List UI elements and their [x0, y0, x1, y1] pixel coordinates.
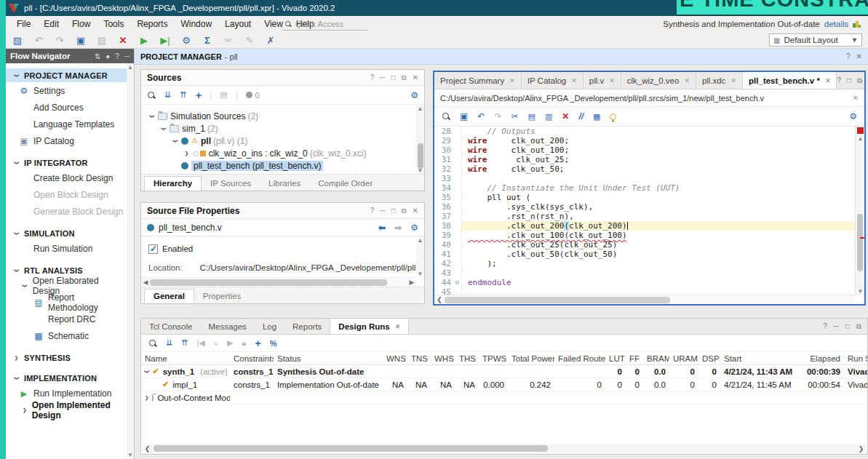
- settings-icon[interactable]: ⚙: [180, 34, 192, 46]
- sources-tab-hierarchy[interactable]: Hierarchy: [144, 176, 202, 191]
- chevron-right-icon[interactable]: ❯: [13, 354, 20, 362]
- scroll-down-icon[interactable]: ▼: [856, 288, 865, 295]
- float-icon[interactable]: ⧉: [856, 322, 861, 331]
- column-header-total-power[interactable]: Total Power: [508, 354, 554, 363]
- minimize-icon[interactable]: ─: [834, 322, 839, 330]
- pencil-icon[interactable]: ✎: [244, 34, 255, 46]
- column-header-lut[interactable]: LUT: [605, 354, 626, 363]
- save-icon[interactable]: ▣: [75, 34, 87, 46]
- chevron-down-icon[interactable]: ❯: [148, 113, 156, 119]
- flownav-item-report-drc[interactable]: Report DRC: [6, 311, 127, 327]
- maximize-icon[interactable]: □: [847, 76, 851, 84]
- code-line-43[interactable]: 43: [434, 268, 855, 278]
- column-header-failed-routes[interactable]: Failed Routes: [554, 354, 605, 363]
- flownav-item-settings[interactable]: ⚙Settings: [6, 82, 127, 99]
- copy-icon[interactable]: ▤: [96, 34, 108, 46]
- flownav-item-schematic[interactable]: ▦Schematic: [6, 327, 127, 344]
- help-icon[interactable]: ?: [370, 73, 375, 82]
- sources-tab-libraries[interactable]: Libraries: [260, 177, 309, 191]
- quick-access-input[interactable]: Quick Access: [282, 17, 368, 31]
- scroll-down-icon[interactable]: ▼: [416, 271, 424, 277]
- chevron-down-icon[interactable]: ❯: [160, 125, 167, 132]
- bottom-tab-messages[interactable]: Messages: [200, 319, 254, 334]
- sources-tab-compile-order[interactable]: Compile Order: [309, 177, 381, 191]
- help-icon[interactable]: ?: [846, 52, 851, 60]
- run-row-synth-1[interactable]: ❯✔synth_1(active)constrs_1Synthesis Out-…: [141, 365, 867, 378]
- sum-icon[interactable]: Σ: [202, 34, 213, 46]
- enabled-checkbox[interactable]: [148, 244, 158, 254]
- chevron-down-icon[interactable]: ❯: [172, 137, 179, 144]
- flownav-header-simulation[interactable]: ❯SIMULATION: [6, 226, 127, 240]
- flownav-item-add-sources[interactable]: Add Sources: [6, 99, 127, 116]
- chevron-down-icon[interactable]: ❯: [13, 375, 20, 381]
- column-header-elapsed[interactable]: Elapsed: [800, 354, 844, 363]
- help-icon[interactable]: ?: [115, 52, 119, 60]
- code-line-44[interactable]: 44⊖endmodule: [434, 278, 855, 287]
- lightbulb-icon[interactable]: [610, 113, 616, 120]
- fold-icon[interactable]: ⊖: [453, 278, 462, 287]
- maximize-icon[interactable]: □: [391, 73, 395, 82]
- code-area[interactable]: 28 // Outputs29wire clk_out_200;30wire c…: [434, 127, 855, 295]
- scroll-down-icon[interactable]: ▼: [416, 167, 424, 174]
- code-line-42[interactable]: 42 );: [434, 259, 855, 268]
- dock-icon[interactable]: ⇅: [95, 52, 100, 60]
- column-header-run-strategy[interactable]: Run Strategy: [844, 354, 867, 363]
- maximize-icon[interactable]: □: [391, 207, 395, 215]
- sfp-vscrollbar[interactable]: ▲ ▼: [416, 237, 424, 277]
- close-icon[interactable]: ✕: [825, 77, 831, 84]
- menu-edit[interactable]: Edit: [37, 17, 65, 31]
- close-icon[interactable]: ✕: [413, 73, 418, 82]
- column-header-start[interactable]: Start: [720, 354, 800, 363]
- runs-hscrollbar[interactable]: ❮ ❯: [143, 444, 866, 453]
- code-line-40[interactable]: 40 .clk_out_25(clk_out_25): [434, 240, 855, 250]
- scroll-left-icon[interactable]: ◀: [141, 279, 150, 286]
- code-line-31[interactable]: 31wire clk_out_25;: [434, 155, 855, 164]
- percent-icon[interactable]: %: [270, 339, 277, 348]
- editor-tab-pll-v[interactable]: pll.v✕: [584, 72, 621, 89]
- scissors-icon[interactable]: ✂: [223, 34, 234, 46]
- flow-navigator-scrollbar[interactable]: ▲ ▼: [127, 63, 134, 459]
- close-icon[interactable]: ✕: [609, 77, 615, 84]
- search-icon[interactable]: [442, 112, 450, 121]
- sfp-hscrollbar[interactable]: ◀ ▶: [141, 277, 416, 287]
- column-header-ff[interactable]: FF: [626, 354, 643, 363]
- flownav-item-create-block-design[interactable]: Create Block Design: [6, 169, 127, 186]
- collapse-all-icon[interactable]: ⇊: [164, 90, 171, 100]
- bottom-tab-design-runs[interactable]: Design Runs✕: [330, 319, 409, 334]
- scroll-left-icon[interactable]: ❮: [143, 445, 152, 452]
- code-line-41[interactable]: 41 .clk_out_50(clk_out_50): [434, 250, 855, 259]
- close-icon[interactable]: ✕: [571, 77, 577, 84]
- gear-icon[interactable]: ⚙: [410, 90, 418, 100]
- save-icon[interactable]: ▣: [460, 111, 468, 121]
- chevron-down-icon[interactable]: ❯: [21, 282, 28, 289]
- editor-tab-project-summary[interactable]: Project Summary✕: [434, 72, 522, 89]
- cut-icon[interactable]: ✂: [511, 111, 518, 121]
- scroll-right-icon[interactable]: ❯: [856, 445, 866, 452]
- help-icon[interactable]: ?: [370, 207, 375, 215]
- minimize-icon[interactable]: ─: [380, 73, 385, 82]
- minimize-icon[interactable]: ─: [380, 207, 385, 215]
- scroll-down-icon[interactable]: ▼: [127, 451, 134, 459]
- column-header-uram[interactable]: URAM: [669, 354, 698, 363]
- column-header-constraints[interactable]: Constraints: [230, 354, 274, 363]
- column-header-whs[interactable]: WHS: [431, 354, 455, 363]
- sfp-tab-properties[interactable]: Properties: [194, 290, 250, 303]
- flownav-header-synthesis[interactable]: ❯SYNTHESIS: [6, 351, 127, 364]
- collapse-all-icon[interactable]: ⇊: [166, 338, 172, 348]
- tree-item-pll-test-bench-pll-test-bench-v[interactable]: pll_test_bench (pll_test_bench.v): [141, 159, 416, 172]
- column-header-name[interactable]: Name: [141, 354, 230, 363]
- editor-vscrollbar[interactable]: ▲ ▼: [855, 127, 864, 295]
- bottom-tab-log[interactable]: Log: [255, 319, 284, 334]
- column-header-bram[interactable]: BRAM: [643, 354, 669, 363]
- dashboard-icon[interactable]: [853, 20, 861, 28]
- bottom-tab-reports[interactable]: Reports: [284, 319, 330, 334]
- back-icon[interactable]: ⬅: [378, 223, 386, 233]
- close-icon[interactable]: ✕: [684, 77, 690, 84]
- flownav-item-run-simulation[interactable]: Run Simulation: [6, 240, 127, 257]
- help-icon[interactable]: ?: [823, 322, 827, 330]
- close-icon[interactable]: ✕: [853, 94, 859, 102]
- tree-item-pll[interactable]: ❯⁂pll(pll.v) (1): [141, 135, 416, 147]
- wand-icon[interactable]: ✗: [265, 34, 276, 46]
- undo-icon[interactable]: ↶: [33, 34, 44, 46]
- tree-item-sim-1[interactable]: ❯sim_1(2): [141, 122, 416, 135]
